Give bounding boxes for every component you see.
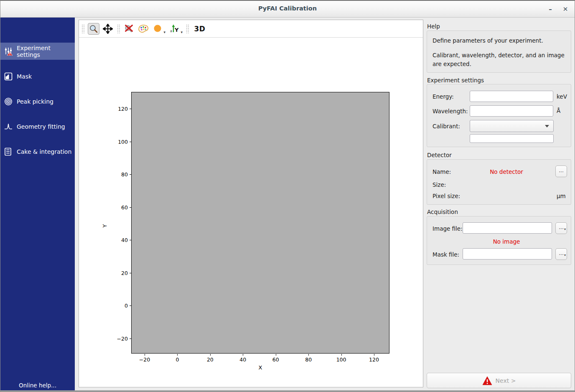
window-title: PyFAI Calibration — [0, 5, 575, 12]
browse-label: ... — [559, 168, 563, 173]
y-tick-label: 100 — [109, 138, 128, 145]
energy-input[interactable] — [470, 91, 553, 102]
mask-file-input[interactable] — [463, 248, 552, 260]
x-tick-label: 100 — [336, 356, 346, 363]
colormap-button[interactable] — [137, 23, 149, 35]
dropdown-arrow-icon: ▾ — [564, 251, 566, 260]
window-bottom-border — [0, 390, 575, 392]
y-tick-label: 120 — [109, 106, 128, 112]
x-tick-label: −20 — [139, 356, 150, 363]
svg-text:Y: Y — [174, 27, 179, 33]
sidebar-item-label: Peak picking — [17, 98, 53, 105]
orange-circle-icon — [153, 24, 162, 33]
sidebar-item-label: Cake & integration — [17, 148, 71, 155]
x-tick-mark — [210, 354, 211, 356]
browse-label: ... — [559, 224, 563, 230]
warning-icon — [482, 376, 492, 385]
y-tick-label: 40 — [109, 237, 128, 243]
acquisition-box: Image file: ... ▾ No image Mask file: ..… — [427, 216, 571, 265]
pan-arrows-icon — [103, 24, 113, 34]
x-tick-mark — [276, 354, 276, 356]
toolbar-separator — [186, 24, 189, 33]
image-file-browse-button[interactable]: ... ▾ — [555, 222, 567, 234]
wavelength-input[interactable] — [470, 105, 553, 117]
integration-icon — [4, 148, 13, 156]
3d-label: 3D — [194, 25, 206, 33]
y-axis-label: Y — [102, 224, 108, 228]
image-file-label: Image file: — [433, 225, 463, 232]
plot-toolbar: ▾ a Y ▾ 3D — [79, 20, 423, 38]
x-tick-mark — [374, 354, 374, 356]
y-tick-mark — [130, 240, 131, 240]
toolbar-separator — [117, 24, 120, 33]
next-button[interactable]: Next > — [427, 373, 571, 388]
y-tick-mark — [130, 305, 131, 306]
marker-color-button[interactable]: ▾ — [152, 23, 163, 35]
mask-icon — [4, 72, 13, 81]
mask-file-browse-button[interactable]: ... ▾ — [555, 248, 567, 260]
experiment-section-title: Experiment settings — [427, 77, 484, 84]
dropdown-arrow-icon: ▾ — [163, 30, 165, 34]
x-tick-mark — [145, 354, 145, 356]
x-tick-mark — [243, 354, 243, 356]
sidebar-item-experiment-settings[interactable]: Experiment settings — [0, 43, 75, 60]
x-tick-mark — [308, 354, 309, 356]
acquisition-section-title: Acquisition — [427, 209, 458, 215]
sidebar-item-geometry-fitting[interactable]: Geometry fitting — [0, 118, 75, 135]
y-tick-mark — [130, 207, 131, 208]
sidebar-item-cake-integration[interactable]: Cake & integration — [0, 143, 75, 160]
toolbar-handle — [81, 24, 84, 33]
peak-curve-icon — [4, 122, 13, 131]
sidebar-item-label: Mask — [17, 73, 32, 80]
dropdown-arrow-icon: ▾ — [181, 30, 183, 34]
next-label: Next > — [496, 377, 516, 384]
y-tick-label: 60 — [109, 204, 128, 210]
y-tick-mark — [130, 339, 131, 339]
y-tick-mark — [130, 174, 131, 175]
x-tick-label: 20 — [207, 356, 214, 363]
y-tick-label: 80 — [109, 171, 128, 178]
detector-box: Name: No detector ... Size: Pixel size: … — [427, 159, 571, 205]
svg-text:a: a — [170, 29, 172, 33]
detector-name-label: Name: — [433, 168, 451, 175]
chevron-down-icon — [545, 125, 549, 127]
image-placeholder — [131, 92, 389, 354]
sidebar-item-label: Geometry fitting — [17, 123, 65, 130]
mask-file-label: Mask file: — [433, 251, 459, 258]
pan-mode-button[interactable] — [102, 23, 114, 35]
help-section-title: Help — [427, 23, 440, 30]
online-help-link[interactable]: Online help... — [0, 382, 75, 389]
detector-section-title: Detector — [427, 152, 452, 158]
y-axis-orientation-button[interactable]: a Y ▾ — [169, 23, 181, 35]
sidebar-item-mask[interactable]: Mask — [0, 68, 75, 85]
close-button[interactable]: ✕ — [560, 4, 571, 14]
sidebar-item-peak-picking[interactable]: Peak picking — [0, 93, 75, 110]
palette-icon — [138, 24, 149, 33]
wavelength-label: Wavelength: — [433, 108, 468, 115]
3d-view-button[interactable]: 3D — [192, 23, 207, 35]
detector-pixel-unit: μm — [557, 193, 566, 199]
detector-browse-button[interactable]: ... — [555, 165, 567, 177]
x-tick-label: 60 — [272, 356, 279, 363]
calibrant-extra-input[interactable] — [470, 134, 554, 143]
y-tick-mark — [130, 273, 131, 273]
zoom-mode-button[interactable] — [88, 23, 99, 35]
x-tick-label: 120 — [369, 356, 379, 363]
sidebar-item-label: Experiment settings — [17, 45, 75, 58]
y-tick-mark — [130, 109, 131, 109]
experiment-box: Energy: keV Wavelength: Å Calibrant: — [427, 84, 571, 147]
x-axis-label: X — [259, 364, 262, 371]
y-tick-label: −20 — [109, 335, 128, 341]
plot-canvas[interactable]: −20020406080100120120100806040200−20 X Y — [79, 38, 423, 387]
image-file-input[interactable] — [463, 222, 552, 234]
sliders-warning-icon — [4, 47, 13, 56]
energy-unit: keV — [557, 93, 567, 100]
red-cross-magnifier-icon — [124, 24, 134, 34]
y-tick-label: 20 — [109, 270, 128, 276]
help-text-line2: Calibrant, wavelength, detector, and an … — [433, 51, 565, 69]
y-tick-label: 0 — [109, 303, 128, 309]
calibrant-combobox[interactable] — [470, 120, 554, 132]
minimize-button[interactable]: – — [544, 4, 556, 14]
x-tick-mark — [341, 354, 342, 356]
reset-zoom-button[interactable] — [123, 23, 135, 35]
